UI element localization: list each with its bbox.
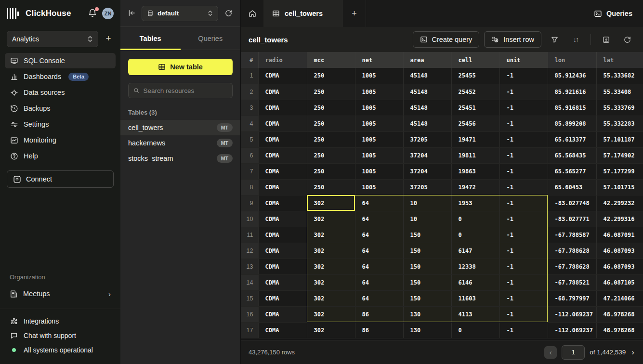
column-header-unit[interactable]: unit [499, 52, 548, 68]
table-cell[interactable]: -1 [499, 243, 548, 259]
table-cell[interactable]: 37205 [403, 179, 451, 195]
table-cell[interactable]: -67.788628 [548, 259, 596, 274]
column-header-lon[interactable]: lon [548, 52, 596, 68]
row-number[interactable]: 9 [241, 195, 258, 211]
table-cell[interactable]: 46.087091 [596, 227, 643, 243]
row-number[interactable]: 5 [241, 131, 258, 147]
table-cell[interactable]: -1 [499, 227, 548, 243]
table-cell[interactable]: 25456 [451, 116, 499, 131]
table-cell[interactable]: 1005 [355, 100, 403, 116]
table-cell[interactable]: -112.069237 [548, 306, 596, 322]
avatar[interactable]: ZN [102, 8, 114, 19]
table-cell[interactable]: 19811 [451, 147, 499, 163]
table-cell[interactable]: 11603 [451, 290, 499, 306]
table-cell[interactable]: -1 [499, 290, 548, 306]
new-tab-button[interactable]: + [343, 0, 366, 27]
table-cell[interactable]: CDMA [258, 259, 307, 274]
table-cell[interactable]: 48.978268 [596, 306, 643, 322]
table-cell[interactable]: 45148 [403, 100, 451, 116]
table-cell[interactable]: 250 [307, 84, 355, 100]
table-cell[interactable]: 45148 [403, 84, 451, 100]
tab-tables[interactable]: Tables [120, 27, 181, 50]
table-cell[interactable]: 302 [307, 259, 355, 274]
table-cell[interactable]: -68.797997 [548, 290, 596, 306]
table-cell[interactable]: CDMA [258, 100, 307, 116]
table-cell[interactable]: CDMA [258, 68, 307, 84]
table-cell[interactable]: 150 [403, 259, 451, 274]
table-cell[interactable]: 85.899208 [548, 116, 596, 131]
refresh-icon[interactable] [619, 31, 635, 48]
table-cell[interactable]: 4113 [451, 306, 499, 322]
table-cell[interactable]: 25452 [451, 84, 499, 100]
table-cell[interactable]: 10 [403, 195, 451, 211]
table-cell[interactable]: 1005 [355, 116, 403, 131]
tab-cell-towers[interactable]: cell_towers [263, 0, 343, 27]
table-cell[interactable]: 65.565277 [548, 163, 596, 179]
table-cell[interactable]: -1 [499, 116, 548, 131]
create-query-button[interactable]: Create query [413, 31, 480, 48]
table-cell[interactable]: CDMA [258, 211, 307, 227]
table-cell[interactable]: -1 [499, 147, 548, 163]
column-header-row-number[interactable]: # [241, 52, 258, 68]
row-number[interactable]: 14 [241, 274, 258, 290]
prev-page-button[interactable]: ‹ [544, 346, 557, 359]
table-list-item-hackernews[interactable]: hackernews MT [120, 135, 240, 151]
table-cell[interactable]: 250 [307, 100, 355, 116]
table-cell[interactable]: 150 [403, 243, 451, 259]
table-cell[interactable]: 250 [307, 68, 355, 84]
table-cell[interactable]: 65.568435 [548, 147, 596, 163]
table-cell[interactable]: 64 [355, 259, 403, 274]
table-cell[interactable]: 130 [403, 306, 451, 322]
table-cell[interactable]: -67.788521 [548, 274, 596, 290]
table-cell[interactable]: 37204 [403, 147, 451, 163]
table-cell[interactable]: 85.912436 [548, 68, 596, 84]
table-cell[interactable]: 12338 [451, 259, 499, 274]
table-cell[interactable]: CDMA [258, 179, 307, 195]
table-cell[interactable]: 64 [355, 195, 403, 211]
table-cell[interactable]: 302 [307, 195, 355, 211]
table-cell[interactable]: -1 [499, 68, 548, 84]
table-list-item-cell-towers[interactable]: cell_towers MT [120, 120, 240, 135]
table-cell[interactable]: 86 [355, 322, 403, 338]
table-cell[interactable]: 37204 [403, 163, 451, 179]
nav-item-dashboards[interactable]: Dashboards Beta [5, 69, 116, 84]
row-number[interactable]: 16 [241, 306, 258, 322]
download-icon[interactable] [598, 31, 614, 48]
insert-row-button[interactable]: Insert row [484, 31, 541, 48]
column-header-mcc[interactable]: mcc [307, 52, 355, 68]
table-cell[interactable]: 150 [403, 274, 451, 290]
row-number[interactable]: 17 [241, 322, 258, 338]
table-cell[interactable]: 57.101715 [596, 179, 643, 195]
collapse-panel-icon[interactable] [127, 9, 137, 18]
table-cell[interactable]: 85.921616 [548, 84, 596, 100]
home-icon[interactable] [241, 0, 263, 27]
workspace-select[interactable]: Analytics [7, 31, 98, 47]
table-cell[interactable]: 47.214066 [596, 290, 643, 306]
table-cell[interactable]: 10 [403, 211, 451, 227]
table-cell[interactable]: 250 [307, 179, 355, 195]
table-cell[interactable]: CDMA [258, 84, 307, 100]
row-number[interactable]: 8 [241, 179, 258, 195]
table-cell[interactable]: 55.333769 [596, 100, 643, 116]
column-header-radio[interactable]: radio [258, 52, 307, 68]
table-cell[interactable]: 302 [307, 274, 355, 290]
row-number[interactable]: 10 [241, 211, 258, 227]
nav-item-settings[interactable]: Settings [5, 117, 116, 132]
table-cell[interactable]: 150 [403, 227, 451, 243]
nav-item-help[interactable]: Help [5, 148, 116, 164]
table-cell[interactable]: 55.333682 [596, 68, 643, 84]
row-number[interactable]: 13 [241, 259, 258, 274]
table-cell[interactable]: 302 [307, 322, 355, 338]
table-cell[interactable]: 86 [355, 306, 403, 322]
nav-item-backups[interactable]: Backups [5, 101, 116, 116]
table-cell[interactable]: 37205 [403, 131, 451, 147]
table-cell[interactable]: -112.069237 [548, 322, 596, 338]
table-cell[interactable]: CDMA [258, 227, 307, 243]
table-cell[interactable]: 302 [307, 290, 355, 306]
table-cell[interactable]: 302 [307, 227, 355, 243]
table-cell[interactable]: 1005 [355, 147, 403, 163]
table-cell[interactable]: CDMA [258, 306, 307, 322]
table-cell[interactable]: CDMA [258, 116, 307, 131]
table-cell[interactable]: 64 [355, 211, 403, 227]
table-cell[interactable]: 0 [451, 322, 499, 338]
